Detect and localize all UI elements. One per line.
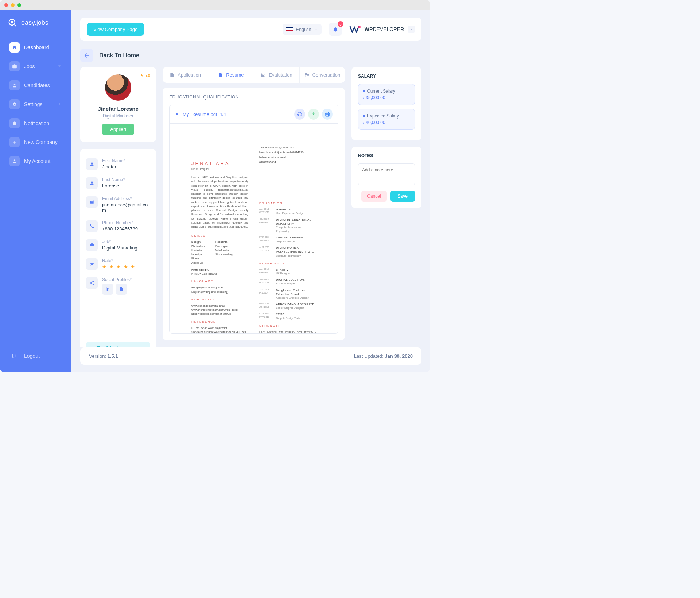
salary-card: SALARY Current Salary ৳ 35,000.00 Expect… [351, 67, 421, 140]
window-close[interactable] [4, 3, 8, 7]
chat-icon [304, 73, 310, 78]
tab-application[interactable]: Application [163, 67, 208, 83]
nav-new-company[interactable]: New Company [5, 133, 66, 151]
tab-evaluation[interactable]: Evalutation [254, 67, 300, 83]
logout-button[interactable]: Logout [5, 347, 66, 365]
phone-value: +880 123456789 [102, 226, 138, 232]
resume-document: JENAT ARA UI/UX Designer I am a UI/UX de… [177, 131, 331, 333]
social-label: Social Profiles* [102, 277, 132, 282]
avatar [105, 74, 131, 101]
arrow-left-icon [83, 52, 90, 59]
svg-point-5 [93, 284, 94, 285]
rate-stars: ★ ★ ★ ★ ★ [102, 264, 136, 269]
chevron-down-icon [408, 26, 415, 33]
company-selector[interactable]: WPDEVELOPER [349, 26, 415, 33]
phone-label: Phone Number* [102, 220, 138, 225]
last-updated-text: Last Updated: Jan 30, 2020 [354, 353, 413, 359]
uk-flag-icon [286, 27, 293, 31]
expected-salary-label: Expected Salary [363, 113, 410, 119]
resume-section: EDUCATIONAL QUALIFICATION My_Resume.pdf … [163, 88, 345, 340]
svg-point-6 [176, 113, 178, 115]
user-icon [86, 158, 98, 170]
back-button[interactable] [80, 49, 93, 62]
pdf-filename: My_Resume.pdf 1/1 [183, 112, 291, 117]
job-label: Job* [102, 239, 137, 244]
first-name-label: First Name* [102, 158, 125, 163]
logo-text: easy.jobs [21, 19, 48, 27]
bell-icon [332, 26, 338, 32]
last-name-value: Lorense [102, 183, 125, 189]
star-icon [86, 258, 98, 270]
nav-candidates[interactable]: Candidates [5, 77, 66, 94]
logo[interactable]: easy.jobs [5, 18, 66, 28]
profile-role: Digital Marketer [88, 113, 149, 119]
view-company-button[interactable]: View Company Page [87, 23, 144, 36]
job-value: Digital Marketing [102, 245, 137, 251]
email-label: Email Address* [102, 196, 150, 201]
bell-icon [9, 118, 20, 128]
chevron-right-icon [57, 101, 62, 108]
account-icon [9, 156, 20, 166]
back-label: Back To Home [99, 52, 139, 59]
download-icon [311, 112, 316, 117]
nav-notification-label: Notification [24, 120, 49, 126]
svg-point-1 [11, 22, 13, 23]
nav-jobs-label: Jobs [24, 63, 35, 69]
nav-my-account[interactable]: My Account [5, 152, 66, 170]
tab-resume[interactable]: Resume [208, 67, 254, 83]
save-button[interactable]: Save [390, 191, 415, 202]
nav-dashboard[interactable]: Dashboard [5, 39, 66, 56]
notification-count: 3 [338, 21, 343, 27]
nav-my-account-label: My Account [24, 158, 50, 164]
gear-icon [9, 99, 20, 109]
nav-settings[interactable]: Settings [5, 96, 66, 113]
logo-icon [7, 18, 18, 28]
linkedin-button[interactable]: in [102, 284, 113, 295]
notifications-button[interactable]: 3 [329, 23, 342, 36]
sidebar: easy.jobs Dashboard Jobs Candidates [0, 10, 71, 372]
nav-jobs[interactable]: Jobs [5, 58, 66, 75]
document-button[interactable] [116, 284, 127, 295]
svg-point-2 [358, 26, 361, 28]
status-badge: Applied [102, 124, 134, 135]
salary-title: SALARY [358, 74, 415, 79]
chevron-down-icon [314, 27, 318, 31]
cancel-button[interactable]: Cancel [361, 191, 386, 202]
nav-settings-label: Settings [24, 101, 43, 107]
svg-point-4 [90, 282, 92, 284]
tab-conversation[interactable]: Conversation [300, 67, 345, 83]
briefcase-icon [86, 239, 98, 251]
download-button[interactable] [308, 109, 319, 120]
home-icon [9, 42, 20, 53]
chart-icon [261, 73, 266, 78]
company-logo-icon [349, 26, 361, 33]
nav-notification[interactable]: Notification [5, 114, 66, 132]
last-name-label: Last Name* [102, 177, 125, 182]
mail-icon [86, 196, 98, 208]
file-icon [175, 112, 179, 116]
topbar: View Company Page English 3 [80, 18, 421, 41]
briefcase-icon [9, 61, 20, 71]
plus-icon [9, 137, 20, 147]
current-salary-label: Current Salary [363, 89, 410, 94]
svg-point-3 [93, 281, 94, 282]
window-maximize[interactable] [18, 3, 21, 7]
nav-candidates-label: Candidates [24, 82, 50, 88]
refresh-button[interactable] [294, 109, 305, 120]
notes-card: NOTES Cancel Save [351, 147, 421, 208]
profile-card: ★ 5.0 Jinefar Loresne Digital Marketer A… [80, 67, 156, 142]
logout-icon [9, 351, 20, 361]
language-selector[interactable]: English [283, 24, 322, 35]
footer: Version: 1.5.1 Last Updated: Jan 30, 202… [80, 347, 421, 365]
pdf-body[interactable]: JENAT ARA UI/UX Designer I am a UI/UX de… [170, 124, 338, 333]
phone-icon [86, 220, 98, 232]
current-salary-value: ৳ 35,000.00 [363, 95, 410, 100]
print-icon [325, 112, 330, 117]
note-input[interactable] [358, 163, 415, 185]
email-candidate-button[interactable]: Email Jinefar Lorense [86, 342, 150, 347]
logout-label: Logout [24, 353, 40, 359]
print-button[interactable] [322, 109, 333, 120]
window-minimize[interactable] [11, 3, 15, 7]
profile-name: Jinefar Loresne [88, 106, 149, 112]
rating-badge: ★ 5.0 [140, 73, 150, 78]
